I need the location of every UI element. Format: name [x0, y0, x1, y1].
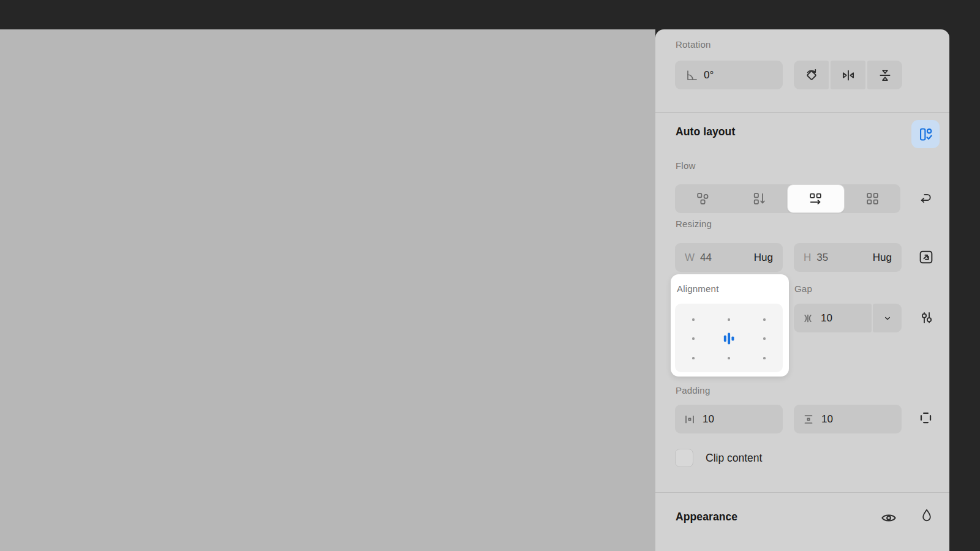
vertical-padding-input[interactable]: 10 [794, 405, 902, 433]
align-dot-top-right[interactable] [763, 318, 766, 321]
padding-label: Padding [676, 385, 710, 395]
width-mode[interactable]: Hug [754, 252, 773, 264]
align-dot-middle-right[interactable] [763, 337, 766, 340]
resize-to-fit-icon [918, 249, 935, 266]
gap-label: Gap [794, 283, 812, 294]
flow-option-freeform[interactable] [675, 184, 731, 213]
rotate-icon [804, 67, 820, 83]
sliders-icon [919, 310, 935, 326]
canvas-viewport[interactable] [0, 29, 655, 551]
align-dot-middle-left[interactable] [692, 337, 695, 340]
width-resizing-input[interactable]: W 44 Hug [675, 243, 783, 272]
gap-dropdown-button[interactable] [873, 304, 902, 332]
height-prefix: H [804, 252, 811, 264]
flow-segmented-control [675, 184, 900, 213]
auto-layout-title: Auto layout [676, 126, 735, 138]
height-mode[interactable]: Hug [873, 252, 892, 264]
clip-content-label: Clip content [706, 452, 762, 465]
align-dot-bottom-center[interactable] [728, 357, 730, 359]
wrap-return-icon [918, 191, 933, 207]
resize-to-fit-button[interactable] [918, 249, 935, 268]
gap-value: 10 [821, 312, 832, 324]
width-value: 44 [700, 252, 712, 264]
rotation-label: Rotation [676, 39, 710, 50]
gap-icon [801, 311, 815, 326]
rotate-90-button[interactable] [794, 61, 829, 89]
auto-layout-icon [918, 126, 934, 143]
height-value: 35 [816, 252, 828, 264]
flip-horizontal-icon [840, 67, 856, 83]
flow-grid-icon [865, 191, 880, 206]
gap-input[interactable]: 10 [794, 304, 872, 332]
align-dot-bottom-right[interactable] [763, 357, 766, 359]
align-center-icon[interactable] [720, 330, 737, 347]
width-prefix: W [685, 252, 695, 264]
height-resizing-input[interactable]: H 35 Hug [794, 243, 902, 272]
align-dot-bottom-left[interactable] [692, 357, 695, 359]
visibility-button[interactable] [880, 510, 898, 528]
flow-option-grid[interactable] [845, 184, 901, 213]
section-divider [655, 492, 949, 493]
chevron-down-icon [881, 312, 894, 324]
angle-icon [684, 68, 698, 83]
vertical-padding-icon [801, 412, 816, 427]
flow-option-vertical[interactable] [731, 184, 788, 213]
properties-panel: Rotation 0° [655, 29, 949, 551]
individual-padding-button[interactable] [918, 410, 934, 429]
rotation-input[interactable]: 0° [675, 61, 783, 89]
horizontal-padding-icon [682, 412, 697, 427]
flow-label: Flow [676, 160, 695, 171]
wrap-button[interactable] [918, 191, 933, 209]
section-divider [655, 112, 949, 113]
flow-option-horizontal[interactable] [787, 184, 845, 213]
flip-vertical-button[interactable] [867, 61, 902, 89]
align-dot-top-center[interactable] [728, 318, 730, 321]
auto-layout-toggle-button[interactable] [911, 120, 940, 148]
droplet-icon [919, 508, 935, 525]
blend-mode-button[interactable] [919, 508, 935, 527]
alignment-grid[interactable] [675, 304, 783, 372]
flow-horizontal-icon [808, 191, 823, 206]
horizontal-padding-input[interactable]: 10 [675, 405, 783, 433]
vertical-padding-value: 10 [821, 413, 833, 425]
clip-content-checkbox[interactable] [675, 449, 693, 467]
eye-icon [880, 510, 898, 526]
flow-vertical-icon [752, 191, 767, 206]
alignment-label: Alignment [677, 283, 719, 294]
alignment-highlight-card: Alignment [671, 274, 789, 377]
flow-freeform-icon [695, 191, 710, 206]
horizontal-padding-value: 10 [703, 413, 714, 425]
rotation-value: 0° [704, 69, 714, 81]
flip-vertical-icon [877, 67, 893, 83]
resizing-label: Resizing [676, 219, 712, 229]
individual-padding-icon [918, 410, 934, 426]
align-dot-top-left[interactable] [692, 318, 695, 321]
appearance-title: Appearance [676, 511, 737, 523]
flip-horizontal-button[interactable] [831, 61, 865, 89]
advanced-spacing-button[interactable] [919, 310, 935, 328]
